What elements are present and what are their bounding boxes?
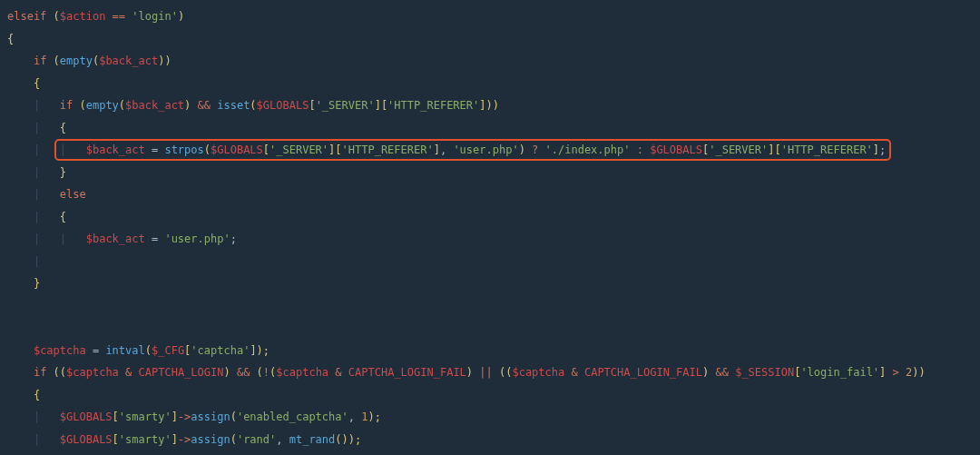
code-line: | — [7, 255, 60, 268]
code-line: { — [7, 77, 40, 90]
code-line: $captcha = intval($_CFG['captcha']); — [7, 344, 270, 357]
code-line: if (empty($back_act)) — [7, 54, 172, 67]
code-line: | $GLOBALS['smarty']->assign('rand', mt_… — [7, 433, 361, 446]
code-line: { — [7, 389, 40, 401]
code-line: | | $back_act = 'user.php'; — [7, 232, 237, 245]
code-line: | $GLOBALS['smarty']->assign('enabled_ca… — [7, 410, 381, 423]
code-line: | | $back_act = strpos($GLOBALS['_SERVER… — [7, 143, 891, 156]
code-line: elseif ($action == 'login') — [7, 10, 184, 23]
code-line: | else — [7, 188, 86, 201]
code-line — [7, 300, 14, 312]
code-line: { — [7, 33, 14, 45]
code-editor: elseif ($action == 'login') { if (empty(… — [0, 0, 980, 455]
code-line — [7, 321, 14, 334]
code-line: if (($captcha & CAPTCHA_LOGIN) && (!($ca… — [7, 366, 926, 379]
code-line: | } — [7, 166, 66, 179]
code-line: } — [7, 277, 40, 290]
code-line: | { — [7, 211, 66, 223]
highlighted-expression: | $back_act = strpos($GLOBALS['_SERVER']… — [54, 139, 892, 161]
code-line: | if (empty($back_act) && isset($GLOBALS… — [7, 99, 499, 112]
code-line: | { — [7, 122, 66, 134]
